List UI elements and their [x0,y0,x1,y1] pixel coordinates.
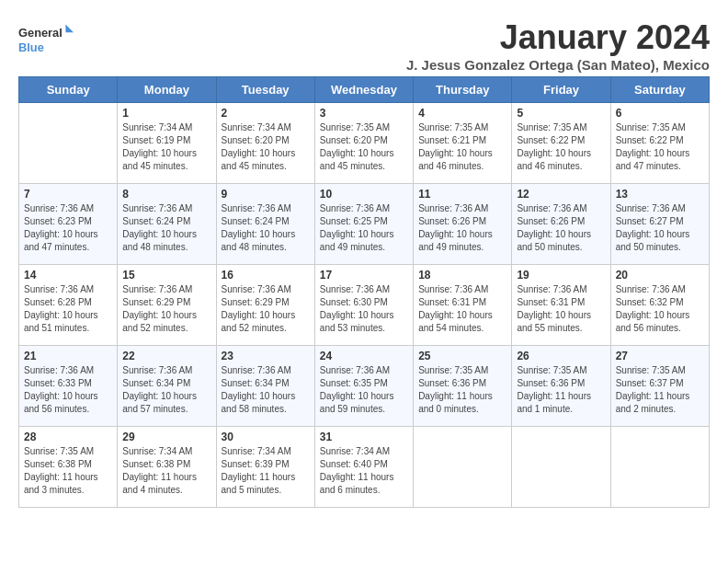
page-header: General Blue January 2024 J. Jesus Gonza… [18,18,710,73]
day-info: Sunrise: 7:36 AM Sunset: 6:28 PM Dayligh… [24,283,112,335]
calendar-cell-w1-d7: 6Sunrise: 7:35 AM Sunset: 6:22 PM Daylig… [610,103,709,184]
day-number: 8 [122,188,210,201]
svg-text:General: General [18,26,63,40]
day-number: 20 [616,269,704,282]
day-info: Sunrise: 7:36 AM Sunset: 6:24 PM Dayligh… [222,202,310,254]
day-info: Sunrise: 7:35 AM Sunset: 6:22 PM Dayligh… [517,121,605,173]
day-number: 25 [418,350,506,362]
day-info: Sunrise: 7:36 AM Sunset: 6:35 PM Dayligh… [320,364,408,416]
calendar-cell-w5-d2: 29Sunrise: 7:34 AM Sunset: 6:38 PM Dayli… [118,427,216,508]
calendar-cell-w3-d6: 19Sunrise: 7:36 AM Sunset: 6:31 PM Dayli… [512,265,610,346]
calendar-cell-w2-d3: 9Sunrise: 7:36 AM Sunset: 6:24 PM Daylig… [216,184,314,265]
day-number: 16 [222,269,310,282]
day-number: 2 [222,107,310,120]
day-number: 29 [122,431,210,443]
day-info: Sunrise: 7:34 AM Sunset: 6:20 PM Dayligh… [222,121,310,173]
calendar-cell-w2-d4: 10Sunrise: 7:36 AM Sunset: 6:25 PM Dayli… [314,184,413,265]
day-info: Sunrise: 7:34 AM Sunset: 6:38 PM Dayligh… [122,445,210,497]
day-number: 31 [320,431,408,443]
day-number: 27 [616,350,704,362]
header-friday: Friday [512,77,610,103]
day-info: Sunrise: 7:36 AM Sunset: 6:31 PM Dayligh… [418,283,506,335]
header-sunday: Sunday [19,77,118,103]
day-number: 26 [517,350,605,362]
calendar-cell-w4-d7: 27Sunrise: 7:35 AM Sunset: 6:37 PM Dayli… [610,346,709,427]
calendar-cell-w1-d4: 3Sunrise: 7:35 AM Sunset: 6:20 PM Daylig… [314,103,413,184]
svg-text:Blue: Blue [18,40,44,54]
calendar-cell-w3-d7: 20Sunrise: 7:36 AM Sunset: 6:32 PM Dayli… [610,265,709,346]
logo-svg: General Blue [18,18,74,59]
calendar-week-2: 7Sunrise: 7:36 AM Sunset: 6:23 PM Daylig… [19,184,710,265]
day-number: 10 [320,188,408,201]
day-info: Sunrise: 7:36 AM Sunset: 6:29 PM Dayligh… [222,283,310,335]
calendar-cell-w4-d2: 22Sunrise: 7:36 AM Sunset: 6:34 PM Dayli… [118,346,216,427]
day-info: Sunrise: 7:34 AM Sunset: 6:40 PM Dayligh… [320,445,408,497]
title-block: January 2024 J. Jesus Gonzalez Ortega (S… [406,18,710,73]
day-number: 12 [517,188,605,201]
calendar-cell-w1-d3: 2Sunrise: 7:34 AM Sunset: 6:20 PM Daylig… [216,103,314,184]
day-info: Sunrise: 7:35 AM Sunset: 6:21 PM Dayligh… [418,121,506,173]
header-wednesday: Wednesday [314,77,413,103]
day-number: 18 [418,269,506,282]
calendar-cell-w2-d1: 7Sunrise: 7:36 AM Sunset: 6:23 PM Daylig… [19,184,118,265]
calendar-cell-w1-d6: 5Sunrise: 7:35 AM Sunset: 6:22 PM Daylig… [512,103,610,184]
calendar-cell-w3-d4: 17Sunrise: 7:36 AM Sunset: 6:30 PM Dayli… [314,265,413,346]
calendar-cell-w3-d3: 16Sunrise: 7:36 AM Sunset: 6:29 PM Dayli… [216,265,314,346]
calendar-cell-w1-d5: 4Sunrise: 7:35 AM Sunset: 6:21 PM Daylig… [414,103,512,184]
calendar-cell-w2-d6: 12Sunrise: 7:36 AM Sunset: 6:26 PM Dayli… [512,184,610,265]
day-number: 21 [24,350,112,362]
day-number: 5 [517,107,605,120]
day-info: Sunrise: 7:36 AM Sunset: 6:33 PM Dayligh… [24,364,112,416]
calendar-cell-w3-d1: 14Sunrise: 7:36 AM Sunset: 6:28 PM Dayli… [19,265,118,346]
day-number: 17 [320,269,408,282]
day-info: Sunrise: 7:36 AM Sunset: 6:32 PM Dayligh… [616,283,704,335]
calendar-cell-w2-d7: 13Sunrise: 7:36 AM Sunset: 6:27 PM Dayli… [610,184,709,265]
calendar-cell-w4-d1: 21Sunrise: 7:36 AM Sunset: 6:33 PM Dayli… [19,346,118,427]
calendar-cell-w2-d2: 8Sunrise: 7:36 AM Sunset: 6:24 PM Daylig… [118,184,216,265]
calendar-subtitle: J. Jesus Gonzalez Ortega (San Mateo), Me… [406,57,710,73]
day-info: Sunrise: 7:35 AM Sunset: 6:38 PM Dayligh… [24,445,112,497]
day-number: 6 [616,107,704,120]
calendar-cell-w4-d6: 26Sunrise: 7:35 AM Sunset: 6:36 PM Dayli… [512,346,610,427]
calendar-cell-w5-d4: 31Sunrise: 7:34 AM Sunset: 6:40 PM Dayli… [314,427,413,508]
day-info: Sunrise: 7:36 AM Sunset: 6:34 PM Dayligh… [122,364,210,416]
calendar-cell-w5-d1: 28Sunrise: 7:35 AM Sunset: 6:38 PM Dayli… [19,427,118,508]
svg-marker-2 [65,25,74,33]
day-number: 24 [320,350,408,362]
day-number: 22 [122,350,210,362]
logo: General Blue [18,18,74,59]
day-info: Sunrise: 7:35 AM Sunset: 6:37 PM Dayligh… [616,364,704,416]
calendar-cell-w5-d5 [414,427,512,508]
day-info: Sunrise: 7:36 AM Sunset: 6:27 PM Dayligh… [616,202,704,254]
day-info: Sunrise: 7:34 AM Sunset: 6:39 PM Dayligh… [222,445,310,497]
calendar-cell-w4-d4: 24Sunrise: 7:36 AM Sunset: 6:35 PM Dayli… [314,346,413,427]
day-number: 30 [222,431,310,443]
day-number: 23 [222,350,310,362]
day-info: Sunrise: 7:36 AM Sunset: 6:26 PM Dayligh… [517,202,605,254]
day-info: Sunrise: 7:36 AM Sunset: 6:29 PM Dayligh… [122,283,210,335]
calendar-table: Sunday Monday Tuesday Wednesday Thursday… [18,76,710,508]
header-thursday: Thursday [414,77,512,103]
day-number: 4 [418,107,506,120]
day-info: Sunrise: 7:35 AM Sunset: 6:20 PM Dayligh… [320,121,408,173]
calendar-cell-w5-d7 [610,427,709,508]
calendar-header-row: Sunday Monday Tuesday Wednesday Thursday… [19,77,710,103]
day-info: Sunrise: 7:36 AM Sunset: 6:31 PM Dayligh… [517,283,605,335]
day-number: 19 [517,269,605,282]
day-info: Sunrise: 7:36 AM Sunset: 6:23 PM Dayligh… [24,202,112,254]
day-info: Sunrise: 7:35 AM Sunset: 6:22 PM Dayligh… [616,121,704,173]
day-info: Sunrise: 7:34 AM Sunset: 6:19 PM Dayligh… [122,121,210,173]
day-number: 9 [222,188,310,201]
calendar-cell-w1-d1 [19,103,118,184]
header-saturday: Saturday [610,77,709,103]
day-info: Sunrise: 7:36 AM Sunset: 6:30 PM Dayligh… [320,283,408,335]
calendar-week-4: 21Sunrise: 7:36 AM Sunset: 6:33 PM Dayli… [19,346,710,427]
day-number: 13 [616,188,704,201]
calendar-cell-w4-d3: 23Sunrise: 7:36 AM Sunset: 6:34 PM Dayli… [216,346,314,427]
day-number: 28 [24,431,112,443]
day-number: 11 [418,188,506,201]
calendar-cell-w3-d2: 15Sunrise: 7:36 AM Sunset: 6:29 PM Dayli… [118,265,216,346]
calendar-week-5: 28Sunrise: 7:35 AM Sunset: 6:38 PM Dayli… [19,427,710,508]
day-info: Sunrise: 7:36 AM Sunset: 6:24 PM Dayligh… [122,202,210,254]
calendar-title: January 2024 [406,18,710,57]
